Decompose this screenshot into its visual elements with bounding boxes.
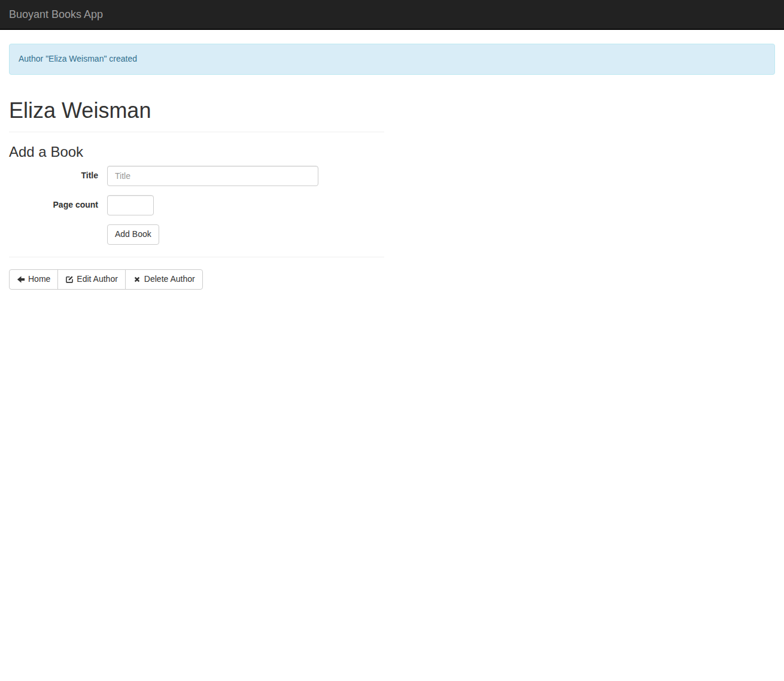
- delete-author-button-label: Delete Author: [144, 273, 195, 285]
- alert-message: Author "Eliza Weisman" created: [19, 54, 137, 63]
- divider: [9, 257, 384, 257]
- home-button[interactable]: Home: [9, 269, 58, 290]
- add-book-button-label: Add Book: [115, 229, 151, 241]
- title-label: Title: [9, 166, 107, 186]
- home-button-label: Home: [28, 273, 50, 285]
- page-count-input-col: [107, 195, 154, 215]
- edit-author-button[interactable]: Edit Author: [57, 269, 126, 290]
- title-input[interactable]: [107, 166, 318, 186]
- page-title: Eliza Weisman: [9, 99, 384, 123]
- add-book-button[interactable]: Add Book: [107, 224, 159, 245]
- submit-spacer: [9, 224, 107, 245]
- remove-button[interactable]: Delete Author: [125, 269, 203, 290]
- edit-icon: [65, 275, 74, 284]
- author-actions-button-group: Home Edit Author Delete Author: [9, 269, 203, 290]
- remove-icon: [133, 275, 141, 284]
- submit-form-group: Add Book: [9, 224, 384, 245]
- navbar: Buoyant Books App: [0, 0, 784, 30]
- page-count-input[interactable]: [107, 195, 154, 215]
- add-book-form: Title Page count Add Book: [9, 166, 384, 245]
- navbar-brand[interactable]: Buoyant Books App: [9, 0, 103, 29]
- content-column: Eliza Weisman Add a Book Title Page coun…: [9, 99, 384, 290]
- main-container: Author "Eliza Weisman" created Eliza Wei…: [0, 44, 784, 290]
- alert-info: Author "Eliza Weisman" created: [9, 44, 775, 75]
- edit-author-button-label: Edit Author: [77, 273, 118, 285]
- page-count-form-group: Page count: [9, 195, 384, 215]
- arrow-left-icon: [17, 275, 25, 284]
- title-form-group: Title: [9, 166, 384, 186]
- page-header: Eliza Weisman: [9, 99, 384, 132]
- page-count-label: Page count: [9, 195, 107, 215]
- title-input-col: [107, 166, 318, 186]
- add-book-heading: Add a Book: [9, 144, 384, 160]
